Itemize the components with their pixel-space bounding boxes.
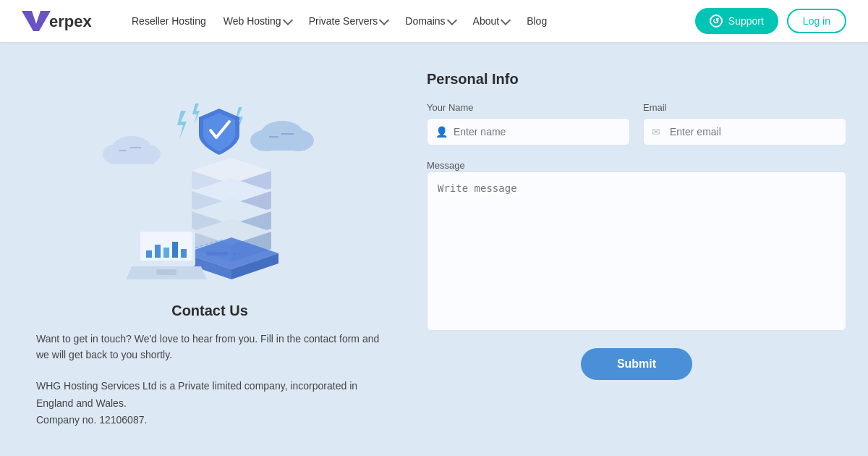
submit-button[interactable]: Submit [581, 348, 692, 380]
chevron-down-icon [379, 14, 389, 25]
login-button[interactable]: Log in [787, 9, 846, 33]
svg-marker-16 [192, 104, 200, 125]
contact-illustration [80, 71, 340, 288]
nav-item-private-servers[interactable]: Private Servers [302, 9, 396, 33]
name-label: Your Name [427, 102, 630, 113]
svg-rect-52 [156, 269, 176, 275]
name-input[interactable] [427, 118, 630, 145]
svg-rect-47 [155, 245, 161, 258]
nav-item-reseller-hosting[interactable]: Reseller Hosting [124, 9, 213, 33]
svg-marker-0 [22, 11, 51, 31]
svg-text:erpex: erpex [49, 12, 92, 30]
svg-rect-49 [172, 242, 178, 258]
chevron-down-icon [501, 14, 511, 25]
support-icon: ↺ [710, 14, 723, 28]
email-input[interactable] [643, 118, 846, 145]
support-button[interactable]: ↺ Support [695, 8, 778, 34]
form-row-name-email: Your Name 👤 Email ✉ [427, 102, 846, 145]
chevron-down-icon [283, 14, 293, 25]
svg-rect-48 [163, 248, 169, 258]
svg-rect-46 [146, 250, 152, 258]
navbar: erpex Reseller Hosting Web Hosting Priva… [0, 0, 868, 42]
nav-item-blog[interactable]: Blog [519, 9, 554, 33]
nav-item-web-hosting[interactable]: Web Hosting [216, 9, 299, 33]
email-label: Email [643, 102, 846, 113]
form-group-name: Your Name 👤 [427, 102, 630, 145]
nav-item-about[interactable]: About [466, 9, 517, 33]
person-icon: 👤 [435, 126, 448, 138]
svg-rect-5 [110, 154, 153, 164]
main-content: Contact Us Want to get in touch? We'd lo… [0, 42, 868, 451]
logo[interactable]: erpex [22, 8, 101, 34]
svg-marker-14 [177, 111, 187, 140]
name-input-wrapper: 👤 [427, 118, 630, 145]
svg-rect-50 [181, 249, 187, 258]
message-label: Message [427, 160, 465, 171]
left-column: Contact Us Want to get in touch? We'd lo… [22, 71, 398, 429]
chevron-down-icon [447, 14, 457, 25]
email-icon: ✉ [652, 126, 660, 138]
form-group-message: Message [427, 159, 846, 334]
contact-description: Want to get in touch? We'd love to hear … [36, 331, 383, 363]
form-section-title: Personal Info [427, 71, 846, 88]
contact-form-container: Personal Info Your Name 👤 Email ✉ Messag… [427, 71, 846, 429]
nav-item-domains[interactable]: Domains [398, 9, 462, 33]
svg-rect-11 [259, 140, 305, 151]
company-info: WHG Hosting Services Ltd is a Private li… [36, 378, 383, 429]
nav-actions: ↺ Support Log in [695, 8, 846, 34]
form-group-email: Email ✉ [643, 102, 846, 145]
contact-title: Contact Us [171, 303, 248, 319]
email-input-wrapper: ✉ [643, 118, 846, 145]
nav-links: Reseller Hosting Web Hosting Private Ser… [124, 9, 695, 33]
message-textarea[interactable] [427, 172, 846, 331]
